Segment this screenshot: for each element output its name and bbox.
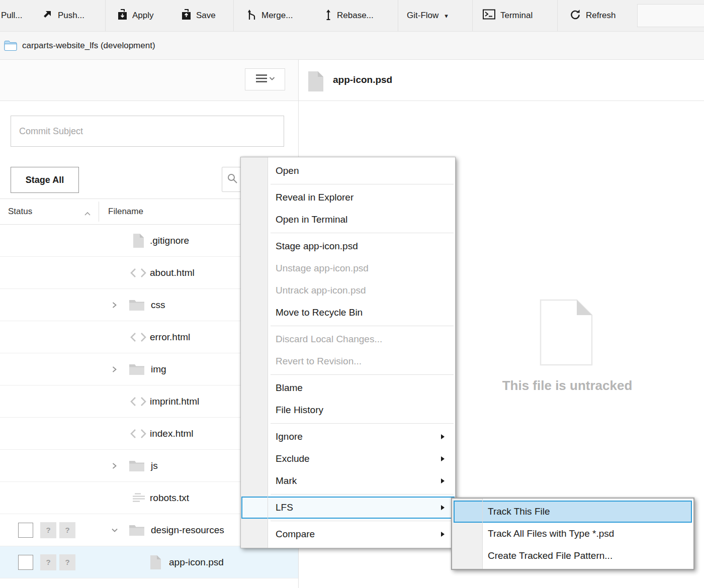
code-file-icon	[130, 396, 147, 408]
save-label: Save	[196, 11, 216, 21]
rebase-button[interactable]: Rebase...	[325, 0, 374, 31]
stash-save-icon	[182, 9, 191, 23]
filename-label: app-icon.psd	[169, 546, 224, 578]
filename-label: imprint.html	[150, 385, 199, 417]
commit-subject-input[interactable]	[11, 116, 284, 147]
menu-item-open-in-terminal[interactable]: Open in Terminal	[241, 209, 455, 231]
menu-item-create-tracked-file-pattern[interactable]: Create Tracked File Pattern...	[454, 545, 692, 567]
menu-item-label: Revert to Revision...	[276, 356, 362, 366]
menu-item-label: LFS	[276, 502, 293, 513]
untracked-message: This file is untracked	[442, 378, 693, 394]
folder-icon	[129, 459, 145, 472]
hamburger-menu-icon	[255, 73, 275, 86]
push-label: Push...	[58, 11, 84, 21]
column-divider	[99, 202, 99, 222]
menu-item-label: Stage app-icon.psd	[276, 241, 358, 251]
menu-separator	[271, 423, 454, 424]
code-file-icon	[130, 267, 147, 279]
folder-icon	[129, 299, 145, 312]
pull-button[interactable]: Pull...	[1, 0, 23, 31]
menu-separator	[271, 326, 454, 326]
stash-save-button[interactable]: Save	[182, 0, 216, 31]
repo-title: carparts-website_lfs (development)	[22, 41, 155, 51]
menu-item-label: Track This File	[488, 506, 550, 517]
push-button[interactable]: Push...	[42, 0, 84, 31]
menu-item-revert-to-revision: Revert to Revision...	[241, 350, 455, 372]
submenu-gutter-line	[482, 499, 483, 569]
worktree-status-badge: ?	[59, 522, 75, 538]
menu-item-reveal-in-explorer[interactable]: Reveal in Explorer	[241, 186, 455, 209]
toolbar-separator	[398, 0, 398, 31]
chevron-right-icon[interactable]	[111, 462, 118, 470]
filename-label: error.html	[150, 321, 190, 353]
file-row-app-icon-psd[interactable]: ??app-icon.psd	[0, 546, 298, 578]
filename-label: .gitignore	[150, 225, 189, 256]
merge-icon	[247, 9, 256, 23]
menu-item-unstage-app-icon-psd: Unstage app-icon.psd	[241, 257, 455, 279]
toolbar-separator	[233, 0, 234, 31]
submenu-arrow-icon	[441, 456, 445, 461]
menu-item-label: Open	[276, 165, 299, 176]
menu-item-stage-app-icon-psd[interactable]: Stage app-icon.psd	[241, 235, 455, 257]
column-header-status[interactable]: Status	[8, 199, 32, 224]
chevron-down-icon[interactable]	[111, 527, 119, 534]
stage-all-button[interactable]: Stage All	[11, 167, 79, 193]
filename-label: js	[151, 450, 158, 481]
menu-item-label: Blame	[276, 382, 303, 393]
git-flow-button[interactable]: Git-Flow ▾	[407, 0, 448, 31]
view-options-button[interactable]	[245, 68, 285, 90]
rebase-icon	[325, 9, 332, 23]
file-icon	[307, 71, 324, 94]
worktree-status-badge: ?	[59, 554, 75, 570]
menu-item-label: Reveal in Explorer	[276, 192, 354, 203]
chevron-right-icon[interactable]	[111, 301, 118, 309]
menu-item-untrack-app-icon-psd: Untrack app-icon.psd	[241, 279, 455, 302]
menu-item-track-this-file[interactable]: Track This File	[454, 501, 692, 523]
menu-item-open[interactable]: Open	[241, 160, 455, 182]
menu-separator	[271, 184, 454, 184]
refresh-label: Refresh	[586, 11, 616, 21]
text-file-icon	[132, 492, 146, 505]
menu-item-lfs[interactable]: LFS	[241, 497, 455, 519]
toolbar-search-input[interactable]	[637, 4, 704, 27]
file-icon	[149, 555, 162, 570]
refresh-button[interactable]: Refresh	[570, 0, 616, 31]
merge-label: Merge...	[261, 11, 293, 21]
chevron-right-icon[interactable]	[111, 365, 118, 373]
menu-item-discard-local-changes: Discard Local Changes...	[241, 328, 455, 350]
menu-item-ignore[interactable]: Ignore	[241, 426, 455, 448]
submenu-arrow-icon	[441, 505, 445, 510]
terminal-button[interactable]: Terminal	[483, 0, 533, 31]
menu-item-mark[interactable]: Mark	[241, 470, 455, 492]
menu-item-track-all-files-with-type-psd[interactable]: Track All Files with Type *.psd	[454, 523, 692, 545]
main-toolbar: Pull... Push... Apply Save Merge... Reba…	[0, 0, 704, 31]
repo-tab[interactable]: carparts-website_lfs (development)	[0, 32, 704, 59]
menu-separator	[271, 494, 454, 495]
menu-item-move-to-recycle-bin[interactable]: Move to Recycle Bin	[241, 302, 455, 324]
stage-checkbox[interactable]	[18, 555, 33, 570]
menu-item-compare[interactable]: Compare	[241, 523, 455, 545]
menu-item-exclude[interactable]: Exclude	[241, 448, 455, 470]
terminal-label: Terminal	[500, 11, 533, 21]
menu-item-label: Exclude	[276, 453, 310, 464]
menu-item-file-history[interactable]: File History	[241, 399, 455, 421]
sort-ascending-icon	[83, 209, 92, 218]
menu-item-label: Unstage app-icon.psd	[276, 263, 369, 273]
stage-checkbox[interactable]	[18, 523, 33, 538]
apply-label: Apply	[132, 11, 154, 21]
menu-item-label: Track All Files with Type *.psd	[488, 528, 614, 539]
search-icon	[227, 173, 238, 186]
stash-apply-button[interactable]: Apply	[118, 0, 154, 31]
menu-gutter-line	[268, 157, 268, 548]
submenu-arrow-icon	[441, 434, 445, 439]
filename-label: index.html	[150, 418, 194, 449]
merge-button[interactable]: Merge...	[247, 0, 293, 31]
menu-separator	[271, 233, 454, 233]
lfs-submenu: Track This FileTrack All Files with Type…	[451, 498, 694, 570]
filename-label: about.html	[150, 257, 195, 288]
untracked-file-icon	[540, 299, 593, 368]
file-icon	[132, 233, 145, 248]
menu-item-blame[interactable]: Blame	[241, 377, 455, 399]
column-header-filename[interactable]: Filename	[108, 199, 143, 224]
menu-separator	[271, 521, 454, 521]
